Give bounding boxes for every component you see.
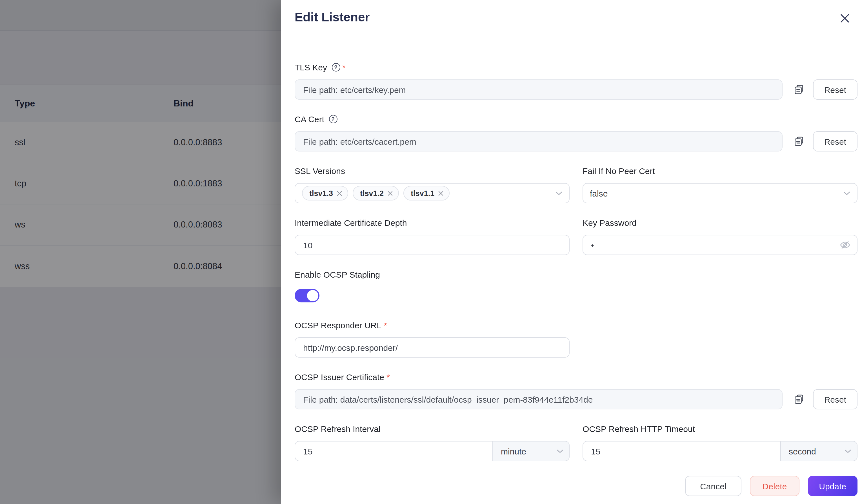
enable-ocsp-stapling-label: Enable OCSP Stapling xyxy=(295,269,380,279)
field-intermediate-certificate-depth: Intermediate Certificate Depth xyxy=(295,217,570,255)
reset-button[interactable]: Reset xyxy=(813,389,858,409)
ocsp-refresh-http-timeout-unit-select[interactable]: second xyxy=(780,441,858,461)
help-icon[interactable]: ? xyxy=(329,115,337,123)
field-ssl-versions: SSL Versions tlsv1.3 tlsv1.2 xyxy=(295,165,570,203)
update-button[interactable]: Update xyxy=(808,476,858,496)
ocsp-responder-url-input[interactable] xyxy=(295,337,570,358)
cancel-button[interactable]: Cancel xyxy=(685,476,742,496)
fail-if-no-peer-cert-label: Fail If No Peer Cert xyxy=(583,166,655,175)
selected-unit: minute xyxy=(501,446,526,456)
field-tls-key: TLS Key ? * Reset xyxy=(295,62,858,100)
tls-key-input[interactable] xyxy=(295,79,783,100)
field-ocsp-issuer-certificate: OCSP Issuer Certificate * Reset xyxy=(295,371,858,409)
delete-button[interactable]: Delete xyxy=(750,476,799,496)
ssl-versions-label: SSL Versions xyxy=(295,166,345,175)
ssl-versions-select[interactable]: tlsv1.3 tlsv1.2 xyxy=(295,183,570,203)
chevron-down-icon xyxy=(845,449,851,453)
field-key-password: Key Password xyxy=(583,217,858,255)
field-enable-ocsp-stapling: Enable OCSP Stapling xyxy=(295,269,858,302)
ocsp-refresh-http-timeout-label: OCSP Refresh HTTP Timeout xyxy=(583,424,695,433)
field-ca-cert: CA Cert ? Reset xyxy=(295,113,858,151)
field-fail-if-no-peer-cert: Fail If No Peer Cert false xyxy=(583,165,858,203)
remove-tag-icon[interactable] xyxy=(438,190,443,196)
edit-listener-drawer: Edit Listener TLS Key ? * xyxy=(281,0,862,504)
chevron-down-icon xyxy=(557,449,563,453)
copy-icon[interactable] xyxy=(793,83,805,96)
ca-cert-input[interactable] xyxy=(295,131,783,151)
drawer-header: Edit Listener xyxy=(281,0,862,26)
required-asterisk: * xyxy=(384,320,387,330)
tag-label: tlsv1.2 xyxy=(360,189,384,197)
ocsp-refresh-interval-input[interactable] xyxy=(295,441,493,461)
drawer-body: TLS Key ? * Reset xyxy=(281,26,862,476)
ocsp-issuer-certificate-label: OCSP Issuer Certificate xyxy=(295,372,384,382)
tag-tlsv1-3: tlsv1.3 xyxy=(302,186,348,200)
key-password-input[interactable] xyxy=(583,235,858,255)
ocsp-refresh-interval-unit-select[interactable]: minute xyxy=(493,441,570,461)
eye-off-icon[interactable] xyxy=(839,239,851,251)
tag-label: tlsv1.1 xyxy=(411,189,434,197)
ca-cert-label: CA Cert xyxy=(295,114,324,124)
intermediate-certificate-depth-label: Intermediate Certificate Depth xyxy=(295,218,407,227)
field-ocsp-responder-url: OCSP Responder URL * xyxy=(295,319,570,358)
intermediate-certificate-depth-input[interactable] xyxy=(295,235,570,255)
tag-tlsv1-2: tlsv1.2 xyxy=(353,186,399,200)
ocsp-responder-url-label: OCSP Responder URL xyxy=(295,320,381,330)
copy-icon[interactable] xyxy=(793,135,805,147)
copy-icon[interactable] xyxy=(793,393,805,406)
required-asterisk: * xyxy=(342,62,345,72)
chevron-down-icon xyxy=(556,191,562,195)
reset-button[interactable]: Reset xyxy=(813,131,858,151)
screen: Type Bind ssl 0.0.0.0:8883 tcp 0.0.0.0:1… xyxy=(0,0,862,504)
tag-tlsv1-1: tlsv1.1 xyxy=(403,186,449,200)
enable-ocsp-stapling-toggle[interactable] xyxy=(295,289,319,302)
drawer-footer: Cancel Delete Update xyxy=(281,476,862,504)
ocsp-issuer-certificate-input[interactable] xyxy=(295,389,783,409)
ocsp-refresh-interval-label: OCSP Refresh Interval xyxy=(295,424,381,433)
selected-unit: second xyxy=(789,446,816,456)
reset-button[interactable]: Reset xyxy=(813,79,858,100)
ocsp-refresh-http-timeout-input[interactable] xyxy=(583,441,780,461)
remove-tag-icon[interactable] xyxy=(337,190,342,196)
chevron-down-icon xyxy=(844,191,850,195)
key-password-label: Key Password xyxy=(583,218,637,227)
field-ocsp-refresh-http-timeout: OCSP Refresh HTTP Timeout second xyxy=(583,423,858,461)
close-icon[interactable] xyxy=(837,10,853,26)
required-asterisk: * xyxy=(387,372,390,382)
fail-if-no-peer-cert-select[interactable]: false xyxy=(583,183,858,203)
field-ocsp-refresh-interval: OCSP Refresh Interval minute xyxy=(295,423,570,461)
selected-value: false xyxy=(590,188,608,198)
tls-key-label: TLS Key xyxy=(295,62,327,72)
tag-label: tlsv1.3 xyxy=(309,189,333,197)
toggle-knob xyxy=(307,290,318,301)
help-icon[interactable]: ? xyxy=(331,63,340,71)
remove-tag-icon[interactable] xyxy=(388,190,393,196)
drawer-title: Edit Listener xyxy=(295,10,370,25)
